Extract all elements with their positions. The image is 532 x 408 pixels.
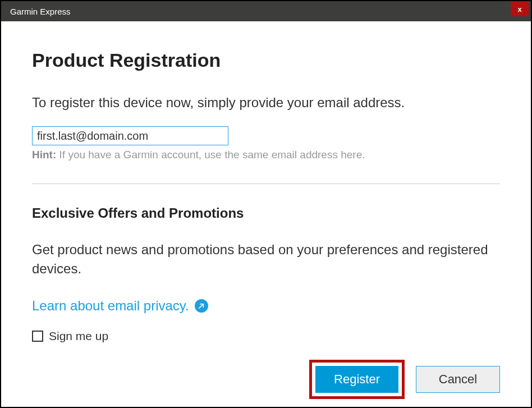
privacy-link[interactable]: Learn about email privacy.	[32, 298, 189, 314]
titlebar: Garmin Express x	[1, 1, 531, 21]
signup-checkbox-row: Sign me up	[32, 329, 500, 343]
content-area: Product Registration To register this de…	[1, 21, 531, 408]
register-button[interactable]: Register	[315, 366, 398, 393]
register-highlight: Register	[309, 360, 405, 399]
hint-text: If you have a Garmin account, use the sa…	[56, 149, 365, 161]
divider	[32, 184, 500, 184]
cancel-button[interactable]: Cancel	[416, 366, 500, 393]
instruction-text: To register this device now, simply prov…	[32, 95, 500, 111]
signup-label: Sign me up	[49, 329, 108, 343]
hint-row: Hint: If you have a Garmin account, use …	[32, 149, 500, 161]
close-button[interactable]: x	[511, 2, 529, 16]
button-row: Register Cancel	[32, 360, 500, 399]
subheading: Exclusive Offers and Promotions	[32, 205, 500, 221]
signup-checkbox[interactable]	[32, 331, 43, 342]
close-icon: x	[517, 5, 521, 13]
external-link-icon[interactable]	[195, 299, 208, 313]
email-input[interactable]	[32, 126, 228, 145]
page-heading: Product Registration	[32, 49, 500, 71]
hint-label: Hint:	[32, 149, 56, 161]
description-text: Get product news and promotions based on…	[32, 240, 500, 278]
app-title: Garmin Express	[10, 7, 71, 16]
privacy-link-row: Learn about email privacy.	[32, 298, 500, 314]
